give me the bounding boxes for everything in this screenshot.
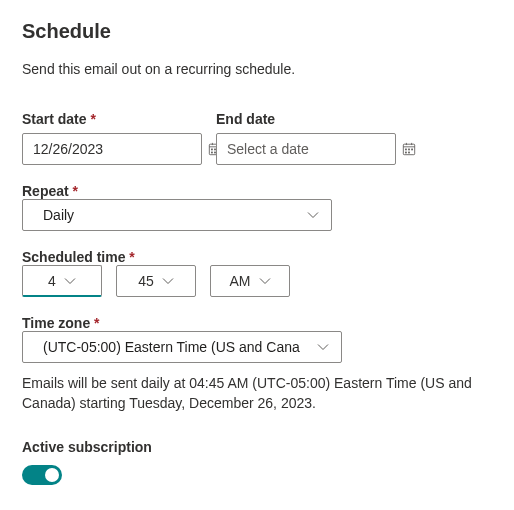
svg-rect-14	[408, 149, 410, 151]
end-date-input[interactable]	[216, 133, 396, 165]
hour-select[interactable]: 4	[22, 265, 102, 297]
chevron-down-icon	[64, 275, 76, 287]
active-subscription-toggle[interactable]	[22, 465, 62, 485]
repeat-value: Daily	[43, 207, 307, 223]
svg-rect-15	[411, 149, 413, 151]
start-date-label: Start date	[22, 111, 202, 127]
minute-value: 45	[138, 273, 154, 289]
meridiem-select[interactable]: AM	[210, 265, 290, 297]
chevron-down-icon	[307, 209, 319, 221]
chevron-down-icon	[162, 275, 174, 287]
timezone-select[interactable]: (UTC-05:00) Eastern Time (US and Cana	[22, 331, 342, 363]
toggle-knob	[45, 468, 59, 482]
svg-rect-4	[211, 149, 213, 151]
active-subscription-label: Active subscription	[22, 439, 492, 455]
minute-select[interactable]: 45	[116, 265, 196, 297]
page-title: Schedule	[22, 20, 492, 43]
start-date-input[interactable]	[22, 133, 202, 165]
svg-rect-7	[211, 152, 213, 154]
svg-rect-17	[408, 152, 410, 154]
timezone-value: (UTC-05:00) Eastern Time (US and Cana	[43, 339, 317, 355]
schedule-summary: Emails will be sent daily at 04:45 AM (U…	[22, 373, 492, 413]
repeat-label: Repeat	[22, 183, 78, 199]
end-date-field[interactable]	[227, 141, 402, 157]
scheduled-time-label: Scheduled time	[22, 249, 135, 265]
timezone-label: Time zone	[22, 315, 100, 331]
chevron-down-icon	[317, 341, 329, 353]
repeat-select[interactable]: Daily	[22, 199, 332, 231]
end-date-label: End date	[216, 111, 396, 127]
chevron-down-icon	[259, 275, 271, 287]
hour-value: 4	[48, 273, 56, 289]
schedule-description: Send this email out on a recurring sched…	[22, 61, 492, 77]
start-date-field[interactable]	[33, 141, 208, 157]
calendar-icon[interactable]	[402, 141, 416, 157]
meridiem-value: AM	[230, 273, 251, 289]
svg-rect-16	[405, 152, 407, 154]
svg-rect-13	[405, 149, 407, 151]
